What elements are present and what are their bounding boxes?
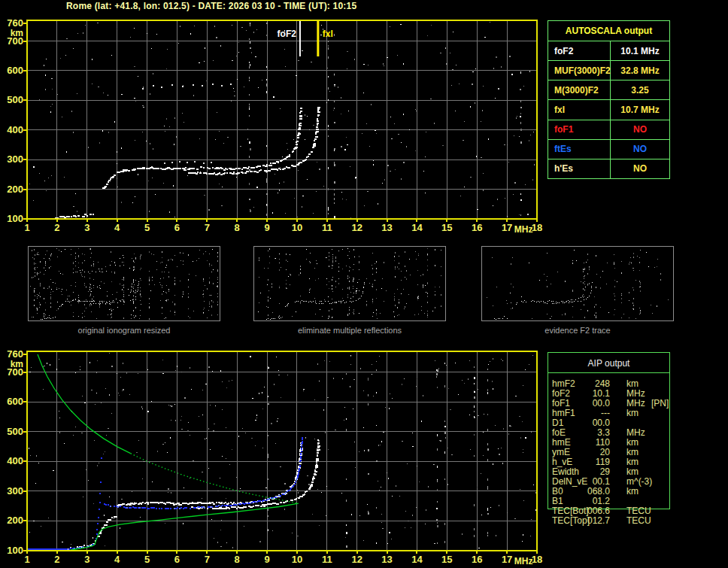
x-tick-label: 16 xyxy=(472,554,482,565)
x-axis-unit-label: MHz xyxy=(514,224,533,235)
aip-value: 068.0 xyxy=(569,486,610,497)
param-label: ftEs xyxy=(548,140,611,159)
autoscala-output-table: AUTOSCALA output foF210.1 MHzMUF(3000)F2… xyxy=(548,20,670,179)
x-tick-label: 3 xyxy=(84,554,89,565)
grid xyxy=(27,351,537,551)
aip-row: hmF1---km xyxy=(548,408,669,418)
x-tick-label: 10 xyxy=(292,554,302,565)
x-tick-label: 5 xyxy=(144,554,150,565)
aip-param: hmE xyxy=(552,437,571,448)
param-label: h'Es xyxy=(548,159,611,178)
x-tick-label: 16 xyxy=(472,222,482,233)
aip-value: 3.3 xyxy=(569,427,610,438)
aip-table-title: AIP output xyxy=(548,353,669,373)
y-tick-label: 760 xyxy=(7,348,23,360)
aip-value: 110 xyxy=(569,437,610,448)
aip-value: --- xyxy=(569,408,610,418)
F-cusp xyxy=(102,175,116,189)
y-tick-label: 500 xyxy=(7,94,23,105)
x-tick-label: 14 xyxy=(411,554,423,565)
aip-row: TEC[Top]012.7TECU xyxy=(548,515,669,525)
param-value: 10.7 MHz xyxy=(611,100,669,119)
aip-unit: km xyxy=(626,437,639,448)
top-ionogram-plot: foF2fxI100200300400500600700760km1234567… xyxy=(0,13,549,238)
param-label: foF2 xyxy=(548,41,611,60)
param-value: NO xyxy=(611,120,669,139)
aip-row: DelN_vE00.1m^(-3) xyxy=(548,476,669,486)
y-tick-label: 600 xyxy=(7,396,23,407)
x-tick-label: 15 xyxy=(441,554,452,565)
electron-density-profile-bottomside xyxy=(71,503,299,550)
aip-unit: km xyxy=(626,466,639,477)
x-tick-label: 7 xyxy=(205,554,210,565)
aip-row: foF210.1MHz xyxy=(548,388,669,398)
aip-unit: TECU xyxy=(626,515,651,526)
aip-unit: MHz xyxy=(626,398,645,409)
y-tick-label: 100 xyxy=(7,213,23,224)
grid xyxy=(27,20,537,219)
y-tick-label: 300 xyxy=(7,153,23,165)
thumbnail-original-ionogram xyxy=(28,246,220,321)
aip-unit: MHz xyxy=(626,388,645,399)
aip-value: 00.0 xyxy=(569,398,610,409)
y-tick-label: 400 xyxy=(7,124,23,135)
thumbnail-trace xyxy=(494,282,593,320)
aip-value: 00.1 xyxy=(569,476,610,487)
aip-value: 20 xyxy=(569,447,610,457)
thumbnail-caption-original: original ionogram resized xyxy=(28,326,220,335)
y-axis-unit-label: km xyxy=(11,359,23,369)
aip-unit: km xyxy=(626,486,639,497)
F-cusp xyxy=(97,516,117,537)
x-tick-label: 4 xyxy=(114,554,120,565)
param-label: fxI xyxy=(548,100,611,119)
bottom-ionogram-plot: 100200300400500600700760km12345678910111… xyxy=(0,345,549,568)
aip-param: foE xyxy=(552,427,566,438)
autoscala-row: foF210.1 MHz xyxy=(548,41,669,60)
aip-value: 10.1 xyxy=(569,388,610,399)
aip-unit: m^(-3) xyxy=(626,476,652,487)
aip-value: 012.7 xyxy=(569,515,610,526)
x-tick-label: 7 xyxy=(205,222,210,233)
x-tick-label: 8 xyxy=(235,222,240,233)
aip-table-rows: hmF2248kmfoF210.1MHzfoF100.0MHz[PN]hmF1-… xyxy=(548,378,669,525)
x-tick-label: 11 xyxy=(322,222,332,233)
aip-row: hmF2248km xyxy=(548,378,669,388)
x-tick-label: 2 xyxy=(54,554,59,565)
aip-param: B1 xyxy=(552,496,563,506)
param-label: M(3000)F2 xyxy=(548,80,611,99)
y-tick-label: 200 xyxy=(7,184,23,195)
aip-output-table: AIP output hmF2248kmfoF210.1MHzfoF100.0M… xyxy=(548,352,670,509)
x-tick-label: 9 xyxy=(264,222,269,233)
F2-trace-ordinary xyxy=(117,108,302,173)
autoscala-app-screen: Rome (lat: +41.8, lon: 012.5) - DATE: 20… xyxy=(0,0,728,568)
aip-row: hmE110km xyxy=(548,437,669,447)
x-tick-label: 6 xyxy=(174,222,180,233)
x-tick-label: 1 xyxy=(24,554,29,565)
aip-unit: TECU xyxy=(626,506,651,516)
x-tick-label: 2 xyxy=(54,222,59,233)
fxI-marker: fxI xyxy=(318,20,333,56)
x-tick-label: 8 xyxy=(235,554,240,565)
y-tick-label: 760 xyxy=(7,17,23,29)
aip-param: B0 xyxy=(552,486,563,497)
aip-row: foE3.3MHz xyxy=(548,427,669,437)
param-label: foF1 xyxy=(548,120,611,139)
electron-density-profile-topside xyxy=(38,354,131,454)
aip-value: 248 xyxy=(569,378,610,389)
electron-density-profile-near-peak xyxy=(131,454,299,503)
autoscala-row: foF1NO xyxy=(548,120,669,139)
aip-value: 29 xyxy=(569,466,610,477)
y-tick-label: 200 xyxy=(7,515,23,526)
x-tick-label: 11 xyxy=(322,554,332,565)
aip-unit: km xyxy=(626,378,639,389)
x-tick-label: 5 xyxy=(144,222,150,233)
restored-E-row xyxy=(27,548,66,550)
x-tick-label: 6 xyxy=(174,554,180,565)
thumbnail-caption-evidence: evidence F2 trace xyxy=(481,326,674,335)
param-value: 10.1 MHz xyxy=(611,41,669,60)
aip-extra: [PN] xyxy=(651,398,669,409)
y-tick-label: 500 xyxy=(7,426,23,437)
aip-row: B101.2 xyxy=(548,496,669,506)
x-tick-label: 17 xyxy=(502,222,512,233)
E-trace xyxy=(55,214,94,219)
